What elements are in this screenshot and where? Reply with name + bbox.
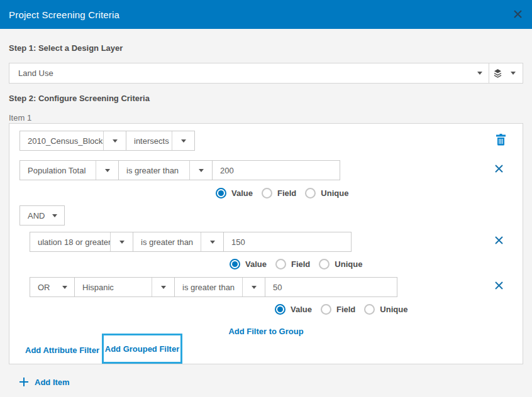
radio-icon[interactable] [319,259,330,269]
radio-label: Unique [380,305,407,314]
logic-operator-row: AND [19,205,65,226]
item1-panel: 2010_Census_Blocks intersects Population… [9,123,523,364]
field-dropdown-value: Hispanic [75,283,152,292]
spatial-operator-value: intersects [126,136,172,146]
radio-label: Field [291,259,310,269]
logic-operator-value: AND [20,211,45,220]
logic-operator-dropdown[interactable]: AND [19,205,65,226]
value-input[interactable] [212,160,340,180]
layer-dropdown-value: 2010_Census_Blocks [20,136,103,146]
radio-label: Field [336,305,355,314]
operator-dropdown-value: is greater than [133,237,201,247]
radio-icon[interactable] [305,188,316,198]
add-filter-to-group-link[interactable]: Add Filter to Group [228,327,303,336]
radio-option-unique[interactable]: Unique [319,259,362,269]
radio-icon[interactable] [275,259,286,269]
radio-label: Unique [335,259,362,269]
chevron-down-icon[interactable] [55,286,74,289]
value-input[interactable] [223,232,352,252]
chevron-down-icon[interactable] [152,286,174,289]
chevron-down-icon[interactable] [111,241,133,244]
radio-icon[interactable] [216,188,226,198]
radio-label: Field [277,188,296,198]
add-filter-to-group-row: Add Filter to Group [9,325,523,337]
operator-dropdown-value: is greater than [119,166,189,175]
plus-icon [19,377,29,387]
radio-label: Value [231,188,253,198]
attribute-filter-row: Population Total is greater than [19,160,340,180]
divider [489,63,489,83]
grouped-filter-row: ulation 18 or greater is greater than [30,232,352,252]
radio-label: Unique [321,188,348,198]
radio-option-value[interactable]: Value [275,304,312,315]
value-input[interactable] [265,277,397,297]
project-screening-criteria-dialog: Project Screening Criteria Step 1: Selec… [0,0,532,397]
value-type-radio-group: Value Field Unique [275,304,416,315]
layers-icon[interactable] [492,68,503,82]
remove-filter-icon[interactable] [494,164,504,173]
radio-icon[interactable] [275,304,285,315]
radio-icon[interactable] [230,259,240,269]
field-dropdown-value: Population Total [20,166,96,175]
chevron-down-icon[interactable] [201,241,223,244]
radio-icon[interactable] [364,304,375,315]
radio-label: Value [245,259,267,269]
radio-option-unique[interactable]: Unique [305,188,348,198]
radio-option-field[interactable]: Field [321,304,355,315]
radio-icon[interactable] [262,188,272,198]
remove-filter-icon[interactable] [494,281,504,290]
chevron-down-icon[interactable] [477,72,482,75]
operator-dropdown[interactable]: is greater than [133,232,224,252]
add-grouped-filter-link[interactable]: Add Grouped Filter [105,344,179,354]
operator-dropdown-value: is greater than [175,283,242,292]
dialog-title: Project Screening Criteria [0,9,119,20]
delete-item-icon[interactable] [496,134,506,148]
chevron-down-icon[interactable] [172,139,194,143]
operator-dropdown[interactable]: is greater than [174,277,265,297]
logic-operator-dropdown[interactable]: OR [30,277,75,297]
chevron-down-icon[interactable] [96,169,118,172]
radio-option-value[interactable]: Value [216,188,253,198]
field-dropdown[interactable]: Hispanic [74,277,175,297]
close-icon[interactable] [513,9,523,19]
add-attribute-filter-link[interactable]: Add Attribute Filter [25,345,99,355]
layer-dropdown[interactable]: 2010_Census_Blocks [19,131,126,151]
dialog-header: Project Screening Criteria [0,0,532,29]
radio-label: Value [291,305,312,314]
step1-label: Step 1: Select a Design Layer [9,43,123,53]
value-type-radio-group: Value Field Unique [216,188,357,198]
design-layer-select[interactable]: Land Use [9,63,523,84]
logic-operator-value: OR [30,283,55,292]
add-item-button[interactable]: Add Item [19,377,70,387]
field-dropdown[interactable]: ulation 18 or greater [30,232,133,252]
chevron-down-icon[interactable] [104,139,126,143]
remove-filter-icon[interactable] [494,236,504,245]
value-type-radio-group: Value Field Unique [230,259,371,269]
step2-label: Step 2: Configure Screening Criteria [9,94,150,103]
radio-icon[interactable] [321,304,331,315]
add-grouped-filter-highlight: Add Grouped Filter [102,334,182,364]
field-dropdown-value: ulation 18 or greater [30,237,110,247]
design-layer-value: Land Use [18,68,53,78]
radio-option-unique[interactable]: Unique [364,304,407,315]
grouped-filter-row: OR Hispanic is greater than [30,277,397,297]
field-dropdown[interactable]: Population Total [19,160,119,180]
add-item-label: Add Item [35,378,70,387]
chevron-down-icon[interactable] [45,214,64,217]
item1-label: Item 1 [9,113,31,122]
chevron-down-icon[interactable] [511,72,516,75]
chevron-down-icon[interactable] [190,169,212,172]
radio-option-field[interactable]: Field [275,259,310,269]
radio-option-value[interactable]: Value [230,259,267,269]
radio-option-field[interactable]: Field [262,188,296,198]
spatial-operator-dropdown[interactable]: intersects [126,131,195,151]
spatial-filter-row: 2010_Census_Blocks intersects [19,131,195,151]
operator-dropdown[interactable]: is greater than [118,160,213,180]
chevron-down-icon[interactable] [243,286,265,289]
